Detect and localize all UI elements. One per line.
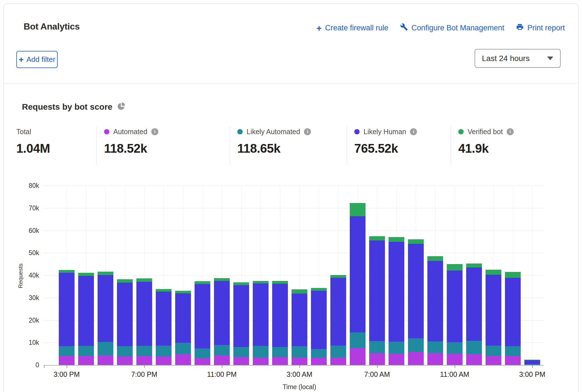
bar-segment-likely-automated — [466, 341, 482, 354]
stat-total: Total 1.04M — [16, 127, 96, 165]
axis-tick — [44, 365, 44, 368]
bar-segment-verified-bot — [272, 281, 288, 284]
plus-icon: + — [316, 24, 322, 33]
x-tick-label: 3:00 AM — [287, 370, 312, 379]
h-gridline — [44, 208, 544, 208]
bar-segment-automated — [486, 356, 501, 365]
bar-segment-likely-automated — [330, 346, 346, 357]
x-axis-line — [44, 365, 544, 366]
bar-segment-verified-bot — [524, 360, 540, 360]
y-tick-label: 70k — [14, 204, 39, 212]
section-title: Requests by bot score — [22, 102, 112, 112]
axis-tick — [222, 365, 222, 368]
bar-segment-automated — [195, 358, 210, 365]
stat-automated-value: 118.52k — [104, 141, 230, 156]
h-gridline — [44, 253, 544, 253]
bar-segment-likely-automated — [59, 346, 75, 356]
bar-segment-likely-human — [524, 360, 540, 364]
v-gridline — [532, 186, 533, 365]
bar-segment-likely-human — [350, 216, 366, 332]
bar-segment-automated — [330, 357, 346, 365]
y-tick-label: 20k — [14, 317, 39, 324]
bar-segment-automated — [253, 357, 269, 365]
bar-segment-likely-human — [272, 284, 288, 347]
add-filter-button[interactable]: + Add filter — [16, 51, 58, 68]
bar-segment-likely-human — [427, 261, 443, 341]
bar-segment-likely-automated — [389, 342, 404, 353]
bar-segment-likely-human — [253, 283, 269, 346]
bar-segment-verified-bot — [350, 203, 366, 216]
info-icon[interactable]: i — [507, 128, 514, 135]
bar-segment-likely-automated — [311, 349, 327, 358]
bar-segment-verified-bot — [136, 278, 152, 281]
x-tick-label: 11:00 AM — [440, 370, 469, 379]
x-tick-label: 7:00 PM — [131, 370, 157, 379]
bar-segment-automated — [78, 356, 94, 365]
bar-segment-likely-human — [292, 294, 307, 346]
bar-segment-verified-bot — [330, 275, 346, 278]
verified-bot-dot-icon — [458, 129, 464, 134]
time-range-select[interactable]: Last 24 hours — [475, 49, 561, 68]
bar-segment-verified-bot — [408, 239, 424, 244]
info-icon[interactable]: i — [410, 128, 417, 135]
info-icon[interactable]: i — [304, 128, 311, 135]
x-tick-label: 3:00 PM — [53, 370, 80, 379]
requests-by-bot-score-chart: Requests Time (local) 010k20k30k40k50k60… — [44, 186, 544, 365]
print-report-link[interactable]: Print report — [516, 23, 565, 33]
bar-segment-automated — [233, 357, 249, 365]
y-tick-label: 50k — [14, 249, 39, 257]
bar-segment-automated — [214, 355, 230, 365]
chevron-down-icon — [547, 57, 553, 60]
bar-segment-likely-automated — [486, 346, 501, 356]
card-header: Bot Analytics + Create firewall rule Con… — [4, 4, 578, 84]
bar-segment-likely-automated — [427, 341, 443, 353]
bar-segment-automated — [427, 353, 443, 365]
info-icon[interactable]: i — [151, 128, 158, 135]
bar-segment-likely-human — [175, 293, 191, 343]
bar-segment-verified-bot — [98, 272, 113, 275]
bar-segment-verified-bot — [369, 236, 385, 240]
bar-segment-likely-human — [195, 284, 210, 348]
bar-segment-likely-automated — [292, 346, 307, 357]
bar-segment-likely-automated — [156, 346, 172, 357]
bar-segment-likely-human — [505, 278, 521, 346]
h-gridline — [44, 186, 544, 186]
bar-segment-likely-automated — [253, 346, 269, 357]
bar-segment-verified-bot — [59, 270, 75, 273]
bar-segment-automated — [447, 354, 463, 365]
bar-segment-automated — [369, 353, 385, 365]
y-tick-label: 10k — [14, 339, 39, 346]
stats-row: Total 1.04M Automated i 118.52k Likely A… — [16, 127, 574, 165]
bar-segment-automated — [175, 354, 191, 365]
bar-segment-likely-human — [117, 283, 133, 346]
bar-segment-automated — [272, 357, 288, 365]
stat-automated: Automated i 118.52k — [96, 127, 230, 165]
bar-segment-likely-automated — [117, 346, 133, 357]
bar-segment-verified-bot — [156, 289, 172, 292]
bar-segment-verified-bot — [427, 256, 443, 261]
create-firewall-rule-link[interactable]: + Create firewall rule — [316, 24, 388, 33]
bar-segment-automated — [156, 357, 172, 365]
stat-likely-human-value: 765.52k — [354, 141, 451, 156]
bar-segment-likely-human — [311, 291, 327, 349]
page-title: Bot Analytics — [24, 21, 80, 32]
bar-segment-likely-human — [330, 278, 346, 346]
h-gridline — [44, 231, 544, 231]
bar-segment-likely-automated — [214, 345, 230, 355]
bar-segment-likely-automated — [505, 346, 521, 356]
bar-segment-likely-automated — [350, 332, 366, 348]
bar-segment-likely-automated — [175, 343, 191, 354]
bar-segment-likely-human — [233, 285, 249, 347]
bar-segment-likely-human — [466, 267, 482, 341]
bar-segment-likely-human — [136, 282, 152, 346]
configure-bot-management-link[interactable]: Configure Bot Management — [400, 23, 504, 33]
create-firewall-rule-label: Create firewall rule — [325, 24, 388, 32]
stat-verified-bot-value: 41.9k — [458, 141, 574, 156]
bar-segment-verified-bot — [292, 289, 307, 294]
bar-segment-verified-bot — [311, 288, 327, 291]
time-range-value: Last 24 hours — [482, 54, 530, 63]
y-tick-label: 40k — [14, 272, 39, 279]
x-axis-title: Time (local) — [283, 383, 316, 391]
wrench-icon — [400, 23, 408, 33]
bar-segment-verified-bot — [486, 270, 501, 275]
